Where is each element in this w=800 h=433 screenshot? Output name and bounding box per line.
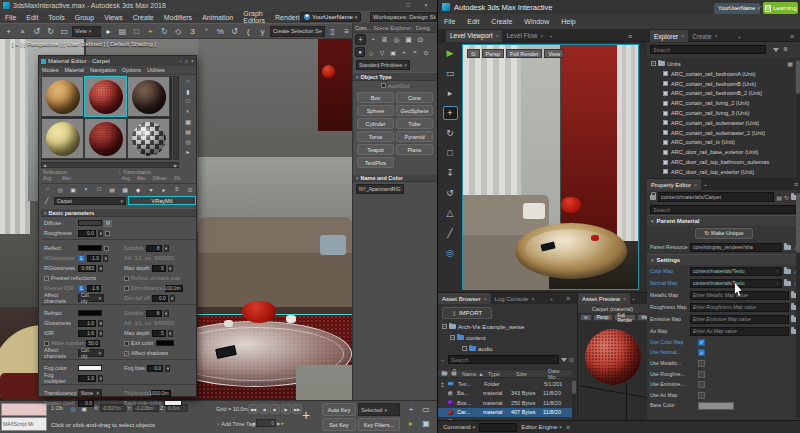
asset-scrollbar[interactable] <box>572 379 576 420</box>
param-field[interactable]: 0.883 <box>78 265 96 272</box>
material-tool-icon[interactable]: ▾ <box>145 184 157 194</box>
viewport-tool-icon[interactable]: ↺ <box>443 186 458 200</box>
menu-item[interactable]: Modifiers <box>159 14 197 21</box>
named-selection-sets-field[interactable]: Create Selection Se ▾ <box>270 26 325 37</box>
preview-render-button[interactable]: Full Render <box>614 314 637 321</box>
menu-item[interactable]: Options <box>119 67 144 73</box>
menu-item[interactable]: Modes <box>39 67 62 73</box>
viewport-nav-icon[interactable]: ▭ <box>419 403 433 416</box>
exit-color-swatch[interactable] <box>156 340 174 346</box>
sample-tool-icon[interactable]: ▮ <box>183 86 194 96</box>
toolbar-icon[interactable]: γ <box>256 25 269 38</box>
material-tool-icon[interactable]: ◆ <box>132 184 144 194</box>
toolbar-icon[interactable]: % <box>214 25 227 38</box>
param-field[interactable]: 8 <box>146 245 162 252</box>
section-parent-material[interactable]: ▾ Parent Material <box>647 215 800 226</box>
panel-menu-icon[interactable]: ≡ <box>628 33 632 40</box>
spinner[interactable] <box>98 375 103 382</box>
add-time-tag[interactable]: ◔ Add Time Tag <box>216 421 255 427</box>
key-selection-dropdown[interactable]: Selected ▾ <box>358 403 400 416</box>
history-icon[interactable]: ↻ <box>784 194 789 201</box>
panel-mode-icon[interactable]: + <box>355 34 366 45</box>
param-field[interactable]: 0.0 <box>78 400 94 407</box>
folder-column-icon[interactable] <box>442 372 448 376</box>
panel-menu-icon[interactable]: ≡ <box>790 33 794 40</box>
unit-row[interactable]: ARC_curtain_rail_bedroomB_2 (Unit) <box>647 89 795 99</box>
material-sample-carpet[interactable] <box>84 76 127 117</box>
filter-funnel-icon[interactable] <box>773 48 779 52</box>
material-sample-6[interactable] <box>127 118 170 159</box>
autogrid-checkbox[interactable] <box>381 83 386 88</box>
tab-command-panel[interactable]: Com... <box>355 25 371 31</box>
column-date[interactable]: Date Mo... <box>548 368 572 380</box>
playback-button[interactable]: ▶ <box>270 404 280 414</box>
pan-navigation-icon[interactable]: + <box>302 407 310 423</box>
menu-item[interactable]: Create <box>485 18 518 25</box>
viewport-tool-icon[interactable]: ◎ <box>443 246 458 260</box>
material-sample-3[interactable] <box>127 76 170 117</box>
title-bar[interactable]: 3dsMaxInteractive.max - Autodesk 3ds Max… <box>0 0 437 11</box>
sample-tool-icon[interactable]: ▸ <box>183 146 194 156</box>
clear-icon[interactable]: ○ <box>776 280 779 286</box>
param-field[interactable]: 100.0m <box>165 285 183 292</box>
user-account-button[interactable]: YourUserName ▾ <box>300 12 361 22</box>
parent-resource-value[interactable]: core/stingray_renderer/sha <box>693 244 779 250</box>
close-icon[interactable]: × <box>694 182 697 188</box>
checkbox[interactable] <box>105 231 110 236</box>
viewport-settings-gear-icon[interactable]: ⊙ <box>467 49 480 58</box>
primitive-button[interactable]: Pyramid <box>396 131 433 142</box>
tab[interactable]: Level Flow× <box>502 30 547 42</box>
checkbox[interactable] <box>124 286 129 291</box>
command-dropdown[interactable]: Command ▾ <box>443 424 475 430</box>
playback-button[interactable]: ▶ <box>281 404 291 414</box>
lock-button[interactable]: L <box>78 285 85 292</box>
asset-row[interactable]: Ba... material 343 Bytes 11/8/20 <box>438 389 572 399</box>
rollout-object-type[interactable]: ▾ Object Type <box>353 72 437 81</box>
material-tool-icon[interactable]: ⊙ <box>184 184 196 194</box>
toolbar-icon[interactable]: × <box>16 25 29 38</box>
create-category-icon[interactable]: ⊙ <box>421 47 431 57</box>
explorer-search-input[interactable] <box>650 45 766 54</box>
unit-row[interactable]: ARC_door_rail_base_exterior (Unit) <box>647 147 795 157</box>
panel-menu-icon[interactable]: ≡ <box>794 181 798 188</box>
tree-root-units[interactable]: − Units ▦ <box>647 58 795 69</box>
auto-key-button[interactable]: Auto Key <box>322 403 356 416</box>
material-tool-icon[interactable]: ▤ <box>106 184 118 194</box>
panel-mode-icon[interactable]: ▣ <box>403 34 414 45</box>
material-sample-1[interactable] <box>41 76 84 117</box>
checkbox[interactable] <box>124 341 129 346</box>
back-icon[interactable]: ← <box>440 357 446 363</box>
viewport-nav-icon[interactable]: ▸ <box>404 417 418 430</box>
viewport-tool-icon[interactable]: + <box>443 106 458 120</box>
rollout-basic-parameters[interactable]: ▾ Basic parameters <box>41 208 196 217</box>
dropdown-value[interactable]: Col. nly <box>81 292 96 304</box>
filter-funnel-icon[interactable] <box>561 358 567 362</box>
sample-tool-icon[interactable]: ◐ <box>183 106 194 116</box>
close-icon[interactable]: × <box>531 296 534 302</box>
unit-row[interactable]: ARC_curtain_rail_suitemaster_2 (Unit) <box>647 128 795 138</box>
param-field[interactable]: 50.0 <box>86 340 100 347</box>
checkbox[interactable] <box>124 276 129 281</box>
param-field[interactable]: 1.0 <box>78 375 96 382</box>
checkbox[interactable] <box>698 381 705 388</box>
scroll-left-icon[interactable]: ◀ <box>43 163 46 168</box>
menu-item[interactable]: Help <box>555 18 581 25</box>
viewport-tool-icon[interactable]: ▭ <box>443 66 458 80</box>
maximize-icon[interactable]: □ <box>185 58 188 64</box>
material-tool-icon[interactable]: ▣ <box>67 184 79 194</box>
panel-mode-icon[interactable]: ◎ <box>391 34 402 45</box>
toolbar-icon[interactable]: + <box>144 25 157 38</box>
param-field[interactable]: 0.0 <box>147 365 163 372</box>
unit-row[interactable]: ARC_curtain_rail_bedroomB (Unit) <box>647 79 795 89</box>
folder-icon[interactable] <box>784 281 791 286</box>
command-input[interactable] <box>479 423 517 432</box>
asset-search-input[interactable] <box>448 355 559 364</box>
tree-filter-icon[interactable]: ≣ <box>783 45 788 52</box>
menu-item[interactable]: Graph Editors <box>238 10 270 24</box>
sample-horizontal-scrollbar[interactable]: ◀ ▶ <box>41 162 179 168</box>
close-icon[interactable]: × <box>715 33 718 39</box>
checkbox[interactable]: ✓ <box>698 339 705 346</box>
spinner[interactable] <box>103 255 108 262</box>
asset-row[interactable]: Bos... material 250 Bytes 11/8/20 <box>438 398 572 408</box>
import-button[interactable]: ↧ IMPORT <box>442 307 492 319</box>
